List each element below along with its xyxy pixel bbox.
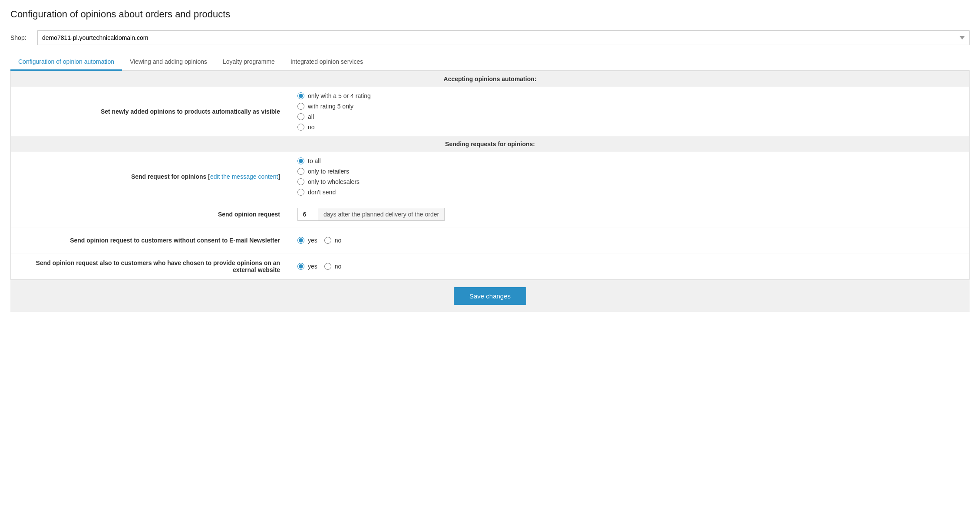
radio-label-req-retailers[interactable]: only to retailers — [308, 168, 349, 175]
radio-label-ext-yes[interactable]: yes — [308, 263, 317, 270]
radio-opt-5or4[interactable] — [297, 92, 304, 99]
radio-label-opt-5or4[interactable]: only with a 5 or 4 rating — [308, 92, 371, 99]
save-button[interactable]: Save changes — [454, 287, 526, 305]
radio-option-req-none: don't send — [297, 189, 960, 196]
radio-req-all[interactable] — [297, 157, 304, 164]
form-row-send-days: Send opinion requestdays after the plann… — [11, 201, 969, 227]
form-row-send-external: Send opinion request also to customers w… — [11, 253, 969, 279]
radio-label-opt-all[interactable]: all — [308, 113, 314, 120]
form-row-send-request: Send request for opinions [edit the mess… — [11, 152, 969, 201]
days-input-group: days after the planned delivery of the o… — [297, 208, 960, 221]
inline-controls-send-external: yesno — [297, 263, 960, 270]
form-controls-send-days: days after the planned delivery of the o… — [289, 203, 969, 226]
radio-ext-yes[interactable] — [297, 263, 304, 270]
form-label-send-request: Send request for opinions [edit the mess… — [11, 168, 289, 185]
section-header-sending: Sending requests for opinions: — [11, 136, 969, 152]
radio-option-opt-5or4: only with a 5 or 4 rating — [297, 92, 960, 99]
radio-option-req-retailers: only to retailers — [297, 168, 960, 175]
tab-loyalty[interactable]: Loyalty programme — [215, 54, 283, 71]
radio-consent-no[interactable] — [324, 237, 331, 244]
radio-option-consent-no: no — [324, 237, 342, 244]
form-controls-auto-visible: only with a 5 or 4 ratingwith rating 5 o… — [289, 87, 969, 136]
form-label-send-external: Send opinion request also to customers w… — [11, 254, 289, 279]
radio-label-consent-yes[interactable]: yes — [308, 237, 317, 244]
form-label-send-no-consent: Send opinion request to customers withou… — [11, 232, 289, 249]
section-sending: Sending requests for opinions:Send reque… — [10, 136, 970, 280]
tab-viewing[interactable]: Viewing and adding opinions — [122, 54, 215, 71]
form-label-auto-visible: Set newly added opinions to products aut… — [11, 103, 289, 120]
radio-option-opt-all: all — [297, 113, 960, 120]
radio-consent-yes[interactable] — [297, 237, 304, 244]
radio-label-opt-5only[interactable]: with rating 5 only — [308, 103, 353, 110]
radio-ext-no[interactable] — [324, 263, 331, 270]
radio-opt-all[interactable] — [297, 113, 304, 120]
tabs-bar: Configuration of opinion automationViewi… — [10, 54, 970, 71]
form-row-auto-visible: Set newly added opinions to products aut… — [11, 87, 969, 136]
radio-option-ext-yes: yes — [297, 263, 317, 270]
edit-message-link[interactable]: edit the message content — [210, 173, 278, 180]
radio-label-ext-no[interactable]: no — [335, 263, 342, 270]
days-input[interactable] — [297, 208, 318, 221]
radio-label-consent-no[interactable]: no — [335, 237, 342, 244]
radio-label-req-none[interactable]: don't send — [308, 189, 336, 196]
days-suffix-label: days after the planned delivery of the o… — [318, 208, 445, 221]
inline-controls-send-no-consent: yesno — [297, 237, 960, 244]
form-label-send-days: Send opinion request — [11, 206, 289, 223]
save-row: Save changes — [10, 280, 970, 312]
form-controls-send-no-consent: yesno — [289, 232, 969, 249]
radio-option-ext-no: no — [324, 263, 342, 270]
radio-req-none[interactable] — [297, 189, 304, 196]
radio-label-req-wholesalers[interactable]: only to wholesalers — [308, 178, 360, 185]
shop-label: Shop: — [10, 34, 32, 41]
page-title: Configuration of opinions about orders a… — [10, 9, 970, 20]
radio-option-opt-no: no — [297, 124, 960, 131]
radio-option-opt-5only: with rating 5 only — [297, 103, 960, 110]
tab-config[interactable]: Configuration of opinion automation — [10, 54, 122, 71]
radio-option-req-wholesalers: only to wholesalers — [297, 178, 960, 185]
form-controls-send-external: yesno — [289, 258, 969, 275]
section-accepting: Accepting opinions automation:Set newly … — [10, 71, 970, 136]
radio-req-wholesalers[interactable] — [297, 178, 304, 185]
radio-opt-no[interactable] — [297, 124, 304, 131]
tab-integrated[interactable]: Integrated opinion services — [283, 54, 371, 71]
form-row-send-no-consent: Send opinion request to customers withou… — [11, 227, 969, 253]
radio-req-retailers[interactable] — [297, 168, 304, 175]
radio-option-req-all: to all — [297, 157, 960, 164]
radio-option-consent-yes: yes — [297, 237, 317, 244]
form-controls-send-request: to allonly to retailersonly to wholesale… — [289, 152, 969, 201]
shop-select[interactable]: demo7811-pl.yourtechnicaldomain.com — [37, 30, 970, 45]
radio-label-opt-no[interactable]: no — [308, 124, 315, 131]
radio-label-req-all[interactable]: to all — [308, 157, 321, 164]
radio-opt-5only[interactable] — [297, 103, 304, 110]
section-header-accepting: Accepting opinions automation: — [11, 71, 969, 87]
